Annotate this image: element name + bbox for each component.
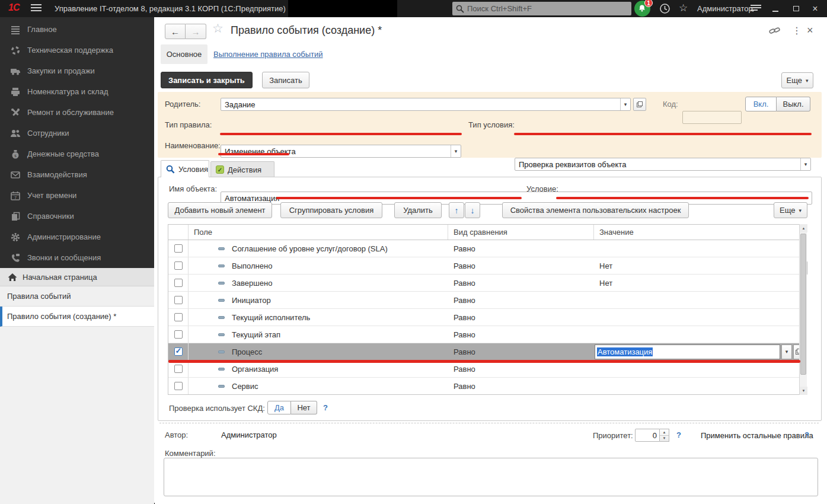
maximize-button[interactable] (789, 0, 803, 17)
close-window-button[interactable]: × (808, 0, 822, 17)
sidebar-item-repair[interactable]: Ремонт и обслуживание (0, 102, 154, 123)
table-row[interactable]: ✓ Организация Равно (168, 361, 806, 378)
row-checkbox[interactable]: ✓ (174, 347, 183, 356)
help-icon[interactable]: ? (323, 403, 328, 412)
sidebar-item-administration[interactable]: Администрирование (0, 227, 154, 247)
enabled-toggle-button[interactable]: Вкл. (745, 97, 777, 111)
favorites-star-icon[interactable]: ☆ (679, 2, 688, 14)
field-dash-icon (218, 282, 225, 285)
dropdown-icon[interactable]: ▾ (800, 158, 810, 170)
delete-button[interactable]: Удалить (394, 202, 442, 218)
column-header-comparison[interactable]: Вид сравнения (448, 225, 594, 240)
comment-textarea[interactable] (164, 458, 818, 496)
annotation-underline (220, 133, 462, 135)
forward-button[interactable]: → (186, 24, 206, 39)
back-button[interactable]: ← (165, 24, 186, 39)
move-up-button[interactable]: ↑ (449, 202, 464, 218)
row-checkbox[interactable]: ✓ (174, 244, 183, 253)
user-settings-properties-button[interactable]: Свойства элемента пользовательских настр… (502, 202, 689, 218)
annotation-underline (218, 153, 289, 155)
sidebar-item-main[interactable]: Главное (0, 19, 154, 40)
table-scrollbar[interactable]: ▲ ▼ (799, 224, 807, 395)
skd-no-button[interactable]: Нет (291, 401, 317, 414)
tab-rule-execution-link[interactable]: Выполнение правила событий (213, 50, 323, 59)
table-row[interactable]: ✓ Завершено Равно Нет (168, 275, 806, 292)
more-commands-button[interactable]: Еще▾ (781, 72, 813, 88)
get-link-icon[interactable] (769, 26, 781, 36)
column-header-value[interactable]: Значение (594, 225, 806, 240)
add-element-button[interactable]: Добавить новый элемент (168, 202, 272, 218)
help-icon[interactable]: ? (676, 430, 681, 439)
table-row[interactable]: ✓ Инициатор Равно (168, 292, 806, 309)
current-user[interactable]: Администратор (697, 4, 753, 13)
save-and-close-button[interactable]: Записать и закрыть (161, 72, 253, 88)
help-icon[interactable]: ? (804, 430, 809, 439)
row-checkbox[interactable]: ✓ (174, 261, 183, 270)
scroll-down-icon[interactable]: ▼ (800, 387, 807, 395)
tab-actions[interactable]: ✓ Действия (210, 161, 274, 177)
page-title: Правило события (создание) * (231, 24, 382, 37)
home-icon (8, 273, 17, 282)
sidebar-item-money[interactable]: s Денежные средства (0, 143, 154, 164)
value-edit-input[interactable]: Автоматизация (595, 344, 780, 359)
sidebar-item-calls[interactable]: Звонки и сообщения (0, 247, 154, 268)
priority-input[interactable]: 0 (635, 429, 660, 442)
sidebar-item-stock[interactable]: Номенклатура и склад (0, 81, 154, 102)
priority-stepper[interactable]: ▲ ▼ (660, 429, 669, 442)
table-row[interactable]: ✓ Соглашение об уровне услуг/договор (SL… (168, 240, 806, 257)
save-button[interactable]: Записать (262, 72, 309, 88)
table-row[interactable]: ✓ Текущий исполнитель Равно (168, 309, 806, 326)
parent-open-button[interactable] (633, 98, 646, 111)
sidebar-item-employees[interactable]: Сотрудники (0, 123, 154, 143)
main-menu-icon[interactable] (31, 4, 41, 13)
dropdown-icon[interactable]: ▾ (620, 98, 630, 110)
value-dropdown-button[interactable]: ▾ (781, 344, 792, 359)
name-label: Наименование: (165, 141, 221, 150)
condition-type-label: Тип условия: (468, 120, 515, 129)
parent-field[interactable]: Задание ▾ (221, 98, 631, 111)
tab-main[interactable]: Основное (161, 44, 207, 64)
favorite-star-icon[interactable]: ☆ (212, 21, 223, 36)
sidebar-item-support[interactable]: Техническая поддержка (0, 40, 154, 60)
comment-label: Комментарий: (165, 449, 216, 458)
close-form-icon[interactable]: × (807, 24, 813, 37)
page-tab-event-rule-create[interactable]: Правило события (создание) * (0, 307, 154, 327)
scrollbar-thumb[interactable] (800, 234, 806, 375)
app-window: 1С Управление IT-отделом 8, редакция 3.1… (0, 0, 827, 504)
scroll-up-icon[interactable]: ▲ (800, 224, 807, 232)
page-tab-event-rules[interactable]: Правила событий (0, 286, 154, 307)
row-checkbox[interactable]: ✓ (174, 365, 183, 373)
row-checkbox[interactable]: ✓ (174, 382, 183, 390)
search-input[interactable] (467, 4, 628, 13)
minimize-button[interactable] (768, 0, 783, 17)
rule-type-field[interactable]: Изменение объекта ▾ (221, 145, 461, 158)
global-search[interactable] (452, 2, 631, 15)
row-checkbox[interactable]: ✓ (174, 313, 183, 321)
sidebar-item-timesheet[interactable]: 7 Учет времени (0, 185, 154, 206)
row-checkbox[interactable]: ✓ (174, 279, 183, 287)
sidebar-item-catalogs[interactable]: Справочники (0, 206, 154, 227)
notifications-bell-icon[interactable]: 1 (634, 1, 650, 17)
skd-yes-button[interactable]: Да (267, 401, 291, 414)
lifebuoy-icon (11, 46, 20, 55)
condition-type-field[interactable]: Проверка реквизитов объекта ▾ (515, 158, 811, 171)
field-dash-icon (218, 299, 225, 302)
table-row[interactable]: ✓ Выполнено Равно Нет (168, 257, 806, 275)
move-down-button[interactable]: ↓ (465, 202, 480, 218)
sidebar-item-purchases[interactable]: Закупки и продажи (0, 60, 154, 81)
home-page-item[interactable]: Начальная страница (0, 268, 154, 286)
table-row-selected[interactable]: ✓ Процесс Равно Автоматизация ▾ (168, 343, 806, 361)
disabled-toggle-button[interactable]: Выкл. (777, 97, 810, 111)
table-row[interactable]: ✓ Текущий этап Равно (168, 326, 806, 343)
history-icon[interactable] (659, 3, 670, 14)
group-conditions-button[interactable]: Сгруппировать условия (280, 202, 382, 218)
more-table-button[interactable]: Еще▾ (774, 202, 807, 218)
more-dots-icon[interactable]: ⋮ (792, 25, 802, 36)
tab-conditions[interactable]: Условия (161, 160, 209, 177)
row-checkbox[interactable]: ✓ (174, 330, 183, 339)
row-checkbox[interactable]: ✓ (174, 296, 183, 304)
column-header-field[interactable]: Поле (189, 225, 448, 240)
dropdown-icon[interactable]: ▾ (451, 145, 461, 157)
table-row[interactable]: ✓ Сервис Равно (168, 378, 806, 395)
sidebar-item-interactions[interactable]: Взаимодействия (0, 164, 154, 185)
